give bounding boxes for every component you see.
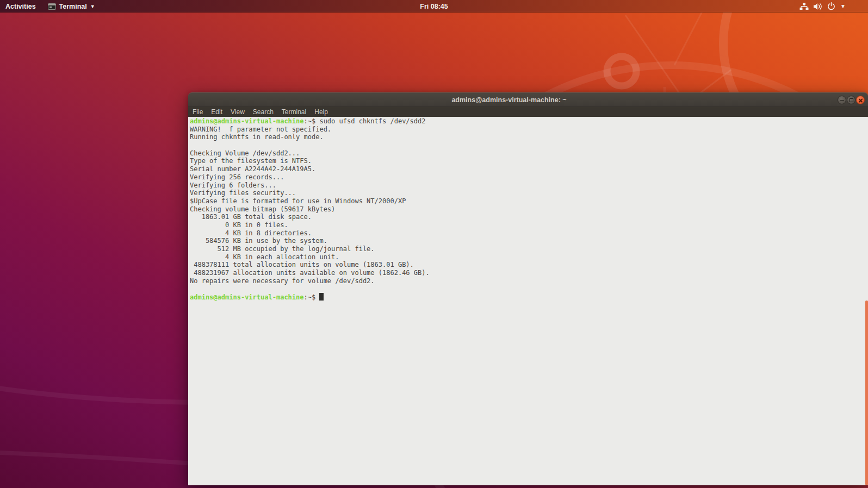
output-line: Checking volume bitmap (59617 kBytes) xyxy=(190,205,868,214)
menu-item-view[interactable]: View xyxy=(230,108,245,116)
menu-item-search[interactable]: Search xyxy=(252,108,274,116)
terminal-icon xyxy=(48,3,56,10)
close-button[interactable] xyxy=(856,96,865,104)
titlebar[interactable]: admins@admins-virtual-machine: ~ xyxy=(188,92,868,107)
output-line: $UpCase file is formatted for use in Win… xyxy=(190,197,868,205)
output-line: 488378111 total allocation units on volu… xyxy=(190,261,868,269)
terminal-window: admins@admins-virtual-machine: ~ FileEdi… xyxy=(188,92,868,485)
system-menu[interactable]: ▼ xyxy=(799,0,846,12)
output-line xyxy=(190,285,868,293)
app-menu-terminal[interactable]: Terminal ▼ xyxy=(48,3,95,10)
output-line: 4 KB in each allocation unit. xyxy=(190,253,868,261)
output-line: No repairs were necessary for volume /de… xyxy=(190,277,868,285)
network-icon xyxy=(799,3,809,10)
command-line: admins@admins-virtual-machine:~$ sudo uf… xyxy=(190,117,868,126)
maximize-icon xyxy=(850,98,853,102)
top-bar: Activities Terminal ▼ Fri 08:45 ▼ xyxy=(0,0,868,12)
output-line: 1863.01 GB total disk space. xyxy=(190,213,868,221)
output-line: 584576 KB in use by the system. xyxy=(190,237,868,245)
chevron-down-icon: ▼ xyxy=(840,3,846,9)
output-line: WARNING! f parameter not specified. xyxy=(190,126,868,134)
scrollbar-thumb[interactable] xyxy=(865,301,868,485)
menu-item-edit[interactable]: Edit xyxy=(210,108,223,116)
terminal-screen[interactable]: admins@admins-virtual-machine:~$ sudo uf… xyxy=(188,117,868,485)
terminal-output: admins@admins-virtual-machine:~$ sudo uf… xyxy=(188,117,868,301)
output-line: Verifying 6 folders... xyxy=(190,182,868,190)
output-line: Checking Volume /dev/sdd2... xyxy=(190,149,868,158)
output-line: 488231967 allocation units available on … xyxy=(190,269,868,277)
output-line: Type of the filesystem is NTFS. xyxy=(190,157,868,165)
output-line: 4 KB in 8 directories. xyxy=(190,229,868,237)
window-title: admins@admins-virtual-machine: ~ xyxy=(188,93,830,107)
volume-icon xyxy=(814,3,822,10)
output-line: 512 MB occupied by the log/journal file. xyxy=(190,245,868,253)
menu-item-terminal[interactable]: Terminal xyxy=(281,108,307,116)
minimize-button[interactable] xyxy=(838,96,846,104)
output-line: Verifying 256 records... xyxy=(190,173,868,182)
menu-item-help[interactable]: Help xyxy=(314,108,328,116)
activities-button[interactable]: Activities xyxy=(5,3,36,10)
app-menu-label: Terminal xyxy=(59,3,87,10)
minimize-icon xyxy=(840,100,844,101)
chevron-down-icon: ▼ xyxy=(90,4,95,9)
output-line: Verifying files security... xyxy=(190,189,868,197)
menubar: FileEditViewSearchTerminalHelp xyxy=(188,107,868,117)
active-prompt-line: admins@admins-virtual-machine:~$ xyxy=(190,293,868,301)
maximize-button[interactable] xyxy=(847,96,855,104)
output-line: Serial number A2244A42-244A19A5. xyxy=(190,165,868,173)
output-line: Running chkntfs in read-only mode. xyxy=(190,133,868,141)
menu-item-file[interactable]: File xyxy=(192,108,203,116)
clock[interactable]: Fri 08:45 xyxy=(420,3,448,10)
output-line xyxy=(190,141,868,149)
power-icon xyxy=(827,2,835,10)
output-line: 0 KB in 0 files. xyxy=(190,221,868,229)
text-cursor xyxy=(319,293,323,301)
